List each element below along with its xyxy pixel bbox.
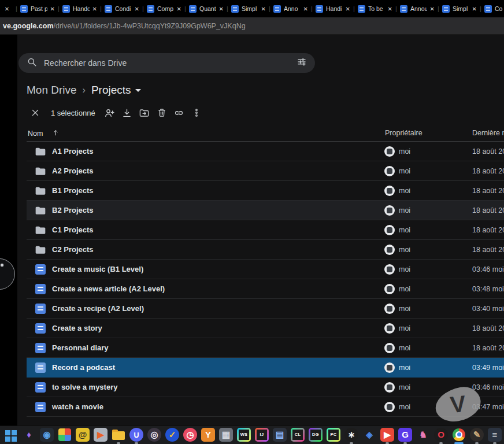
breadcrumb-current-folder[interactable]: Projects: [91, 84, 141, 97]
taskbar-clock-app-icon[interactable]: ◷: [183, 427, 197, 444]
file-list-header: Nom Propriétaire Dernière modification: [27, 126, 504, 142]
taskbar-puzzle-app-icon[interactable]: ▦: [219, 427, 233, 444]
taskbar-photos-app-icon[interactable]: [58, 427, 72, 444]
taskbar-github-desktop-icon[interactable]: ◎: [147, 427, 161, 444]
column-header-owner[interactable]: Propriétaire: [385, 129, 423, 137]
folder-row[interactable]: A2 Projectsmoi18 août 2025: [27, 161, 504, 181]
column-header-name[interactable]: Nom: [28, 129, 60, 138]
folder-row[interactable]: C2 Projectsmoi18 août 2025: [27, 240, 504, 260]
browser-tab[interactable]: Co✕: [483, 5, 504, 13]
browser-tab[interactable]: Condi✕: [103, 5, 140, 13]
breadcrumb: Mon Drive › Projects: [27, 82, 141, 98]
open-app-indicator: [475, 442, 479, 444]
file-row[interactable]: Create a news article (A2 Level)moi03:48…: [27, 279, 504, 299]
browser-tab[interactable]: Comp✕: [146, 5, 183, 13]
share-button[interactable]: [101, 104, 118, 121]
taskbar-datagrip-icon[interactable]: DG: [309, 427, 323, 444]
trash-button[interactable]: [153, 104, 171, 121]
browser-tab[interactable]: Simpl✕: [441, 5, 478, 13]
browser-tab[interactable]: Past p✕: [19, 5, 56, 13]
tab-title: Quant: [199, 5, 216, 12]
folder-icon: [35, 224, 46, 236]
google-docs-favicon: [105, 5, 112, 13]
google-drive-window: Rechercher dans Drive Mon Drive › Projec…: [17, 35, 504, 426]
browser-tab[interactable]: Annou✕: [399, 5, 436, 13]
taskbar-yellow-swirl-app-icon[interactable]: @: [76, 427, 90, 444]
move-to-folder-button[interactable]: [136, 104, 153, 121]
file-row[interactable]: to solve a mysterymoi03:46 moi: [27, 378, 504, 397]
tab-close-icon[interactable]: ✕: [303, 6, 308, 12]
file-row[interactable]: Personnal diarymoi18 août 2025: [27, 338, 504, 358]
google-doc-icon: [35, 362, 46, 373]
taskbar-chrome-icon[interactable]: [452, 427, 466, 444]
tab-divider: |: [351, 5, 357, 12]
file-name: Create a recipe (A2 Level): [52, 304, 144, 313]
browser-tab[interactable]: To be✕: [357, 5, 394, 13]
tab-close-icon[interactable]: ✕: [135, 6, 139, 12]
tab-close-icon[interactable]: ✕: [219, 6, 224, 12]
taskbar-calculator-app-icon[interactable]: ▤: [273, 427, 287, 444]
tab-close-icon[interactable]: ✕: [0, 6, 14, 12]
tab-close-icon[interactable]: ✕: [261, 6, 266, 12]
folder-row[interactable]: B1 Projectsmoi18 août 2025: [27, 181, 504, 201]
browser-tab[interactable]: Quant✕: [188, 5, 225, 13]
taskbar-intellij-idea-icon[interactable]: IJ: [255, 427, 269, 444]
taskbar-clion-icon[interactable]: CL: [291, 427, 305, 444]
tab-divider: |: [436, 5, 441, 12]
file-row[interactable]: Create a recipe (A2 Level)moi03:40 moi: [27, 299, 504, 319]
file-row[interactable]: Create a storymoi18 août 2025: [27, 319, 504, 338]
taskbar-eye-capture-app-icon[interactable]: ◉: [40, 427, 54, 444]
taskbar-purple-flame-app-icon[interactable]: ♦: [22, 427, 36, 444]
edge-panel-handle[interactable]: [0, 258, 15, 290]
taskbar-opera-icon[interactable]: O: [434, 427, 448, 444]
google-doc-icon: [35, 382, 46, 393]
clear-selection-button[interactable]: [27, 104, 44, 121]
taskbar-notepad-icon[interactable]: ≡: [488, 427, 502, 444]
tab-close-icon[interactable]: ✕: [92, 6, 97, 12]
breadcrumb-my-drive[interactable]: Mon Drive: [27, 84, 77, 97]
folder-row[interactable]: B2 Projectsmoi18 août 2025: [27, 201, 504, 220]
taskbar-pycharm-icon[interactable]: PC: [327, 427, 340, 444]
taskbar-screen-recorder-app-icon[interactable]: ▶: [380, 427, 394, 444]
google-doc-icon: [35, 304, 46, 314]
taskbar-gitkraken-icon[interactable]: G: [398, 427, 412, 444]
taskbar-windows-start-icon[interactable]: [4, 427, 18, 444]
folder-row[interactable]: A1 Projectsmoi18 août 2025: [27, 142, 504, 161]
google-doc-icon: [35, 284, 46, 294]
taskbar-pink-pet-app-icon[interactable]: ♞: [416, 427, 430, 444]
browser-tab[interactable]: Handi✕: [314, 5, 351, 13]
owner-label: moi: [399, 265, 410, 273]
address-bar[interactable]: ve.google.com/drive/u/1/folders/1Jb-4wP3…: [0, 17, 504, 35]
taskbar-file-explorer-icon[interactable]: [112, 427, 125, 444]
taskbar-chatgpt-icon[interactable]: ∗: [344, 427, 358, 444]
file-row[interactable]: Create a music (B1 Level)moi03:46 moi: [27, 260, 504, 279]
more-options-button[interactable]: [188, 104, 205, 121]
browser-tab[interactable]: Anno✕: [272, 5, 309, 13]
taskbar-virtualbox-icon[interactable]: ◈: [362, 427, 376, 444]
folder-row[interactable]: C1 Projectsmoi18 août 2025: [27, 220, 504, 240]
file-row[interactable]: watch a moviemoi03:47 moi: [27, 397, 504, 417]
browser-tab[interactable]: Simpl✕: [230, 5, 267, 13]
search-input[interactable]: Rechercher dans Drive: [18, 53, 315, 73]
google-docs-favicon: [231, 5, 239, 13]
file-row[interactable]: Record a podcastmoi03:49 moi: [27, 358, 504, 378]
tab-close-icon[interactable]: ✕: [50, 6, 55, 12]
browser-tab[interactable]: Handc✕: [61, 5, 98, 13]
tab-title: Condi: [115, 5, 132, 12]
google-docs-favicon: [147, 5, 154, 13]
taskbar-webstorm-icon[interactable]: WS: [237, 427, 251, 444]
taskbar-diagram-app-icon[interactable]: Y: [201, 427, 215, 444]
tab-close-icon[interactable]: ✕: [430, 6, 435, 12]
taskbar-gimp-icon[interactable]: ✎: [470, 427, 484, 444]
taskbar-discord-icon[interactable]: ∪: [129, 427, 143, 444]
column-header-modified[interactable]: Dernière modification: [472, 129, 504, 137]
tab-close-icon[interactable]: ✕: [177, 6, 181, 12]
copy-link-button[interactable]: [171, 104, 188, 121]
tab-close-icon[interactable]: ✕: [346, 6, 350, 12]
tab-close-icon[interactable]: ✕: [472, 6, 477, 12]
taskbar-media-player-app-icon[interactable]: ▶: [94, 427, 108, 444]
search-options-icon[interactable]: [297, 57, 307, 69]
download-button[interactable]: [118, 104, 136, 121]
tab-close-icon[interactable]: ✕: [388, 6, 392, 12]
taskbar-ticktick-icon[interactable]: ✓: [165, 427, 179, 444]
